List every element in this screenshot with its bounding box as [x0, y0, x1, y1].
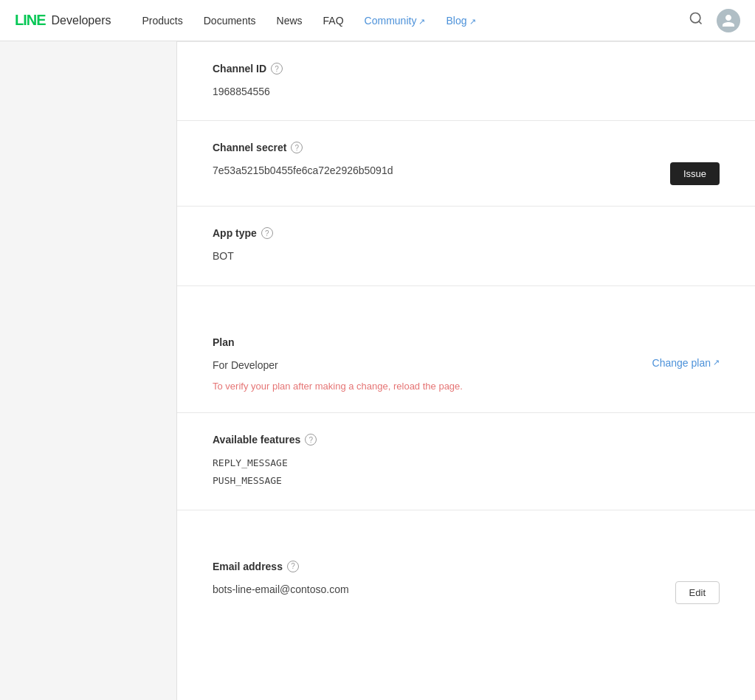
channel-id-header: Channel ID ?: [213, 63, 720, 74]
header: LINE Developers Products Documents News …: [0, 0, 755, 41]
sidebar: [0, 41, 177, 700]
channel-id-title: Channel ID: [213, 63, 266, 74]
features-list: REPLY_MESSAGE PUSH_MESSAGE: [213, 454, 720, 489]
svg-line-1: [699, 21, 702, 24]
issue-button[interactable]: Issue: [670, 162, 720, 185]
nav-documents[interactable]: Documents: [195, 9, 265, 32]
header-actions: [684, 7, 740, 34]
channel-id-value: 1968854556: [213, 83, 720, 100]
plan-row: For Developer To verify your plan after …: [213, 357, 720, 392]
nav-community[interactable]: Community: [356, 9, 435, 32]
nav-news[interactable]: News: [268, 9, 311, 32]
logo-area: LINE Developers: [15, 12, 111, 29]
channel-id-help-icon[interactable]: ?: [271, 63, 283, 74]
available-features-help-icon[interactable]: ?: [305, 434, 317, 446]
spacer2: [177, 510, 755, 540]
app-type-section: App type ? BOT: [177, 207, 755, 285]
plan-header: Plan: [213, 336, 720, 348]
email-address-help-icon[interactable]: ?: [287, 561, 299, 572]
main-nav: Products Documents News FAQ Community Bl…: [134, 9, 685, 32]
plan-section: Plan For Developer To verify your plan a…: [177, 316, 755, 413]
email-address-section: Email address ? bots-line-email@contoso.…: [177, 540, 755, 625]
app-type-value: BOT: [213, 248, 720, 264]
available-features-header: Available features ?: [213, 434, 720, 446]
svg-point-0: [691, 13, 700, 23]
available-features-title: Available features: [213, 434, 300, 446]
email-address-header: Email address ?: [213, 561, 720, 572]
channel-secret-value: 7e53a5215b0455fe6ca72e2926b5091d: [213, 162, 670, 179]
edit-email-button[interactable]: Edit: [675, 581, 720, 604]
plan-left: For Developer To verify your plan after …: [213, 357, 652, 392]
channel-id-section: Channel ID ? 1968854556: [177, 42, 755, 121]
channel-secret-left: 7e53a5215b0455fe6ca72e2926b5091d: [213, 162, 670, 179]
nav-products[interactable]: Products: [134, 9, 192, 32]
channel-secret-row: 7e53a5215b0455fe6ca72e2926b5091d Issue: [213, 162, 720, 185]
channel-secret-section: Channel secret ? 7e53a5215b0455fe6ca72e2…: [177, 121, 755, 207]
logo-line-text: LINE: [15, 12, 46, 29]
logo-developers-text: Developers: [52, 14, 111, 27]
plan-value: For Developer: [213, 357, 652, 373]
channel-secret-help-icon[interactable]: ?: [291, 142, 303, 153]
channel-secret-header: Channel secret ?: [213, 142, 720, 153]
email-address-title: Email address: [213, 561, 283, 572]
plan-notice: To verify your plan after making a chang…: [213, 381, 652, 392]
feature-push-message: PUSH_MESSAGE: [213, 472, 720, 489]
nav-blog[interactable]: Blog: [437, 9, 484, 32]
nav-faq[interactable]: FAQ: [314, 9, 353, 32]
feature-reply-message: REPLY_MESSAGE: [213, 454, 720, 471]
app-type-header: App type ?: [213, 227, 720, 239]
email-address-row: bots-line-email@contoso.com Edit: [213, 581, 720, 604]
available-features-section: Available features ? REPLY_MESSAGE PUSH_…: [177, 413, 755, 510]
app-type-help-icon[interactable]: ?: [261, 227, 273, 239]
page-wrapper: Channel ID ? 1968854556 Channel secret ?…: [0, 41, 755, 700]
app-type-title: App type: [213, 227, 257, 239]
email-address-value: bots-line-email@contoso.com: [213, 581, 675, 597]
avatar[interactable]: [717, 9, 740, 32]
search-icon: [689, 11, 703, 26]
change-plan-link[interactable]: Change plan: [652, 357, 720, 369]
channel-secret-title: Channel secret: [213, 142, 286, 153]
plan-title: Plan: [213, 336, 235, 348]
spacer: [177, 286, 755, 316]
user-icon: [721, 13, 736, 28]
search-button[interactable]: [684, 7, 708, 34]
main-content: Channel ID ? 1968854556 Channel secret ?…: [177, 41, 755, 700]
email-address-left: bots-line-email@contoso.com: [213, 581, 675, 597]
